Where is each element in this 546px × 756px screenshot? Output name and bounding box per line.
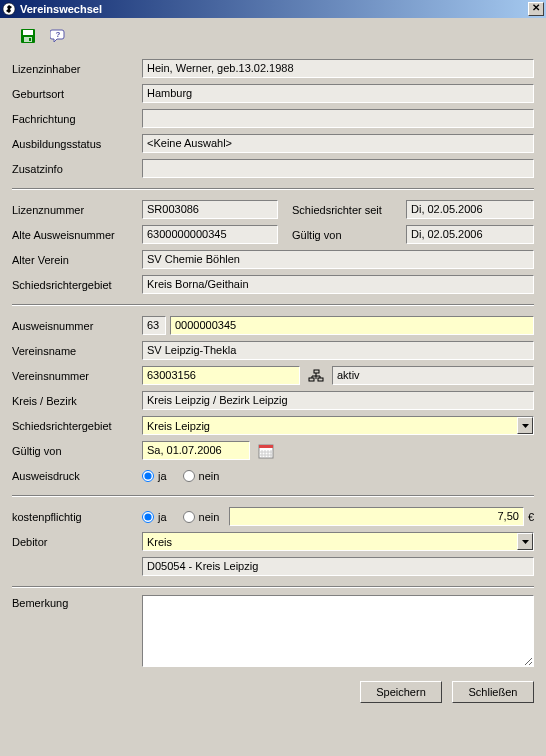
geburtsort-field: Hamburg	[142, 84, 534, 103]
ausweisnummer-input[interactable]: 0000000345	[170, 316, 534, 335]
lizenznummer-field: SR003086	[142, 200, 278, 219]
nein-label: nein	[199, 470, 220, 482]
vereinsstatus-field: aktiv	[332, 366, 534, 385]
close-button[interactable]: ✕	[528, 2, 544, 16]
gueltig-von-old-label: Gültig von	[292, 229, 406, 241]
divider	[12, 586, 534, 588]
toolbar: ?	[12, 26, 534, 46]
svg-rect-5	[29, 38, 31, 41]
ausbildungsstatus-label: Ausbildungsstatus	[12, 138, 142, 150]
calendar-icon[interactable]	[258, 443, 274, 459]
ja-label: ja	[158, 511, 167, 523]
ausweisnummer-prefix-field: 63	[142, 316, 166, 335]
ausweisdruck-nein-radio[interactable]	[183, 470, 195, 482]
speichern-button[interactable]: Speichern	[360, 681, 442, 703]
chevron-down-icon	[517, 417, 533, 434]
lizenzinhaber-label: Lizenzinhaber	[12, 63, 142, 75]
schliessen-button[interactable]: Schließen	[452, 681, 534, 703]
help-icon[interactable]: ?	[48, 26, 68, 46]
zusatzinfo-label: Zusatzinfo	[12, 163, 142, 175]
divider	[12, 304, 534, 306]
debitor-value: Kreis	[147, 536, 172, 548]
schiedsrichtergebiet-old-field: Kreis Borna/Geithain	[142, 275, 534, 294]
gueltig-von-old-field: Di, 02.05.2006	[406, 225, 534, 244]
alte-ausweisnummer-field: 6300000000345	[142, 225, 278, 244]
chevron-down-icon	[517, 533, 533, 550]
vereinsnummer-label: Vereinsnummer	[12, 370, 142, 382]
ausweisdruck-ja-radio[interactable]	[142, 470, 154, 482]
window-title: Vereinswechsel	[20, 3, 102, 15]
ja-label: ja	[158, 470, 167, 482]
vereinsnummer-input[interactable]: 63003156	[142, 366, 300, 385]
titlebar: Vereinswechsel ✕	[0, 0, 546, 18]
lizenznummer-label: Lizenznummer	[12, 204, 142, 216]
svg-rect-7	[314, 370, 319, 373]
app-icon	[2, 2, 16, 16]
schiedsrichtergebiet-value: Kreis Leipzig	[147, 420, 210, 432]
svg-marker-23	[522, 540, 529, 544]
ausweisnummer-label: Ausweisnummer	[12, 320, 142, 332]
tree-lookup-icon[interactable]	[306, 366, 326, 385]
alter-verein-field: SV Chemie Böhlen	[142, 250, 534, 269]
bemerkung-textarea[interactable]	[142, 595, 534, 667]
kreis-bezirk-label: Kreis / Bezirk	[12, 395, 142, 407]
kostenpflichtig-nein-radio[interactable]	[183, 511, 195, 523]
kreis-bezirk-field: Kreis Leipzig / Bezirk Leipzig	[142, 391, 534, 410]
fachrichtung-label: Fachrichtung	[12, 113, 142, 125]
gueltig-von-label: Gültig von	[12, 445, 142, 457]
svg-text:?: ?	[56, 30, 61, 39]
schiedsrichtergebiet-label: Schiedsrichtergebiet	[12, 420, 142, 432]
debitor-detail-field: D05054 - Kreis Leipzig	[142, 557, 534, 576]
svg-rect-10	[309, 378, 314, 381]
debitor-label: Debitor	[12, 536, 142, 548]
gueltig-von-input[interactable]: Sa, 01.07.2006	[142, 441, 250, 460]
nein-label: nein	[199, 511, 220, 523]
fachrichtung-field	[142, 109, 534, 128]
betrag-input[interactable]: 7,50	[229, 507, 524, 526]
bemerkung-label: Bemerkung	[12, 595, 142, 667]
geburtsort-label: Geburtsort	[12, 88, 142, 100]
kostenpflichtig-ja-radio[interactable]	[142, 511, 154, 523]
ausbildungsstatus-field: <Keine Auswahl>	[142, 134, 534, 153]
kostenpflichtig-label: kostenpflichtig	[12, 511, 142, 523]
save-icon[interactable]	[18, 26, 38, 46]
currency-label: €	[528, 511, 534, 523]
schiedsrichtergebiet-select[interactable]: Kreis Leipzig	[142, 416, 534, 435]
ausweisdruck-label: Ausweisdruck	[12, 470, 142, 482]
alte-ausweisnummer-label: Alte Ausweisnummer	[12, 229, 142, 241]
alter-verein-label: Alter Verein	[12, 254, 142, 266]
divider	[12, 495, 534, 497]
schiedsrichtergebiet-old-label: Schiedsrichtergebiet	[12, 279, 142, 291]
zusatzinfo-field	[142, 159, 534, 178]
vereinsname-label: Vereinsname	[12, 345, 142, 357]
debitor-select[interactable]: Kreis	[142, 532, 534, 551]
svg-rect-3	[23, 30, 33, 35]
schiedsrichter-seit-label: Schiedsrichter seit	[292, 204, 406, 216]
lizenzinhaber-field: Hein, Werner, geb.13.02.1988	[142, 59, 534, 78]
vereinsname-field: SV Leipzig-Thekla	[142, 341, 534, 360]
svg-marker-14	[522, 424, 529, 428]
divider	[12, 188, 534, 190]
schiedsrichter-seit-field: Di, 02.05.2006	[406, 200, 534, 219]
svg-rect-16	[259, 445, 273, 448]
svg-rect-11	[318, 378, 323, 381]
